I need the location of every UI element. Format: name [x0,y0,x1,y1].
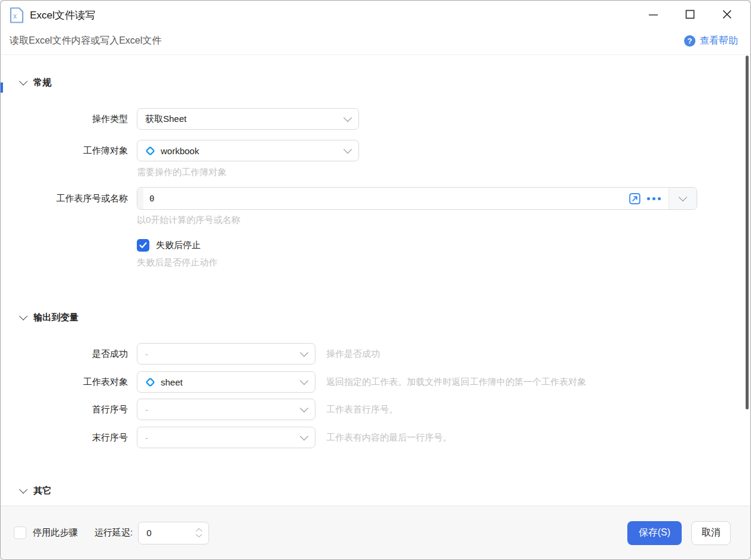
row-success: 是否成功 - 操作是否成功 [1,343,380,365]
workbook-object-select[interactable]: workbook [137,140,359,161]
vertical-scrollbar-thumb[interactable] [746,56,749,409]
run-delay-input[interactable]: 0 [138,522,209,544]
save-button[interactable]: 保存(S) [627,521,682,545]
cancel-button[interactable]: 取消 [691,521,731,545]
section-general[interactable]: 常规 [20,77,51,88]
background-edge-artifact [1,82,3,93]
last-row-select[interactable]: - [137,427,315,448]
row-stop-on-failure: 失败后停止 [137,238,201,252]
variable-diamond-icon [145,146,155,156]
first-row-select[interactable]: - [137,399,315,420]
header-divider [1,54,750,55]
workbook-object-helper: 需要操作的工作簿对象 [137,167,226,178]
sheet-index-dropdown-toggle[interactable] [669,188,697,209]
maximize-button[interactable] [672,1,709,28]
variable-diamond-icon [145,377,155,387]
variable-chip: workbook [145,146,199,156]
operation-type-label: 操作类型 [1,114,128,125]
chevron-down-icon [344,145,352,153]
spinner-down-icon[interactable] [195,534,203,538]
first-row-helper: 工作表首行序号。 [326,404,398,415]
row-sheet-index: 工作表序号或名称 0 [1,187,697,210]
sheet-object-value: sheet [161,377,183,387]
run-delay-label: 运行延迟: [94,527,133,538]
first-row-value: - [145,405,148,415]
excel-readwrite-dialog: x Excel文件读写 读取Excel文件内容或写入Excel文件 ? 查看帮助… [0,0,751,560]
titlebar: x Excel文件读写 [1,1,750,29]
disable-step-label: 停用此步骤 [33,527,78,538]
disable-step-checkbox[interactable] [14,527,26,539]
operation-type-value: 获取Sheet [145,114,186,125]
help-link-label: 查看帮助 [700,35,738,47]
stop-on-failure-checkbox[interactable] [137,239,149,252]
success-helper: 操作是否成功 [326,348,380,360]
chevron-down-icon [19,485,27,494]
chevron-down-icon [344,113,352,121]
last-row-label: 末行序号 [1,432,128,443]
sheet-object-helper: 返回指定的工作表。加载文件时返回工作簿中的第一个工作表对象 [326,377,586,388]
input-icons [629,188,669,209]
sheet-index-input[interactable]: 0 [137,187,697,210]
question-circle-icon: ? [684,35,695,47]
section-output-title: 输出到变量 [33,312,78,323]
chevron-down-icon [300,348,308,356]
window-controls [634,1,746,28]
section-output[interactable]: 输出到变量 [20,312,78,323]
excel-document-icon: x [9,7,24,23]
sheet-index-value[interactable]: 0 [143,188,629,209]
stop-on-failure-helper: 失败后是否停止动作 [137,257,217,268]
check-icon [139,242,147,249]
row-last-row: 末行序号 - 工作表有内容的最后一行序号。 [1,427,452,448]
success-value: - [145,349,148,359]
section-general-title: 常规 [33,77,51,88]
row-workbook-object: 工作簿对象 workbook [1,140,359,161]
sheet-index-label: 工作表序号或名称 [1,193,128,204]
section-other-title: 其它 [33,485,51,497]
chevron-down-icon [679,192,687,201]
footer-buttons: 保存(S) 取消 [627,521,731,545]
chevron-down-icon [300,403,308,412]
workbook-object-value: workbook [161,146,199,156]
dialog-subtitle: 读取Excel文件内容或写入Excel文件 [10,35,161,47]
section-other[interactable]: 其它 [20,485,51,497]
open-in-editor-icon[interactable] [629,193,640,204]
last-row-helper: 工作表有内容的最后一行序号。 [326,432,452,443]
operation-type-select[interactable]: 获取Sheet [137,108,359,130]
minimize-button[interactable] [634,1,672,28]
row-operation-type: 操作类型 获取Sheet [1,108,359,130]
chevron-down-icon [300,376,308,384]
last-row-value: - [145,433,148,443]
success-label: 是否成功 [1,348,128,360]
number-spinner [195,528,203,538]
sheet-object-label: 工作表对象 [1,377,128,388]
row-first-row: 首行序号 - 工作表首行序号。 [1,399,398,420]
row-sheet-object: 工作表对象 sheet 返回指定的工作表。加载文件时返回工作簿中的第一个工作表对… [1,371,586,393]
svg-text:x: x [13,12,17,20]
workbook-object-label: 工作簿对象 [1,145,128,157]
spinner-up-icon[interactable] [195,528,203,532]
variable-chip: sheet [145,377,183,387]
dialog-title: Excel文件读写 [30,8,96,22]
chevron-down-icon [19,77,27,85]
help-link[interactable]: ? 查看帮助 [684,35,738,47]
footer-bar: 停用此步骤 运行延迟: 0 保存(S) 取消 [1,506,750,559]
sheet-index-helper: 以0开始计算的序号或名称 [137,215,240,226]
success-select[interactable]: - [137,343,315,365]
chevron-down-icon [19,312,27,320]
first-row-label: 首行序号 [1,404,128,415]
run-delay-value[interactable]: 0 [146,528,195,538]
ellipsis-icon[interactable] [647,197,661,200]
sheet-object-select[interactable]: sheet [137,371,315,393]
close-button[interactable] [709,1,746,28]
stop-on-failure-label: 失败后停止 [156,240,201,251]
input-gutter [137,188,143,209]
chevron-down-icon [300,432,308,440]
